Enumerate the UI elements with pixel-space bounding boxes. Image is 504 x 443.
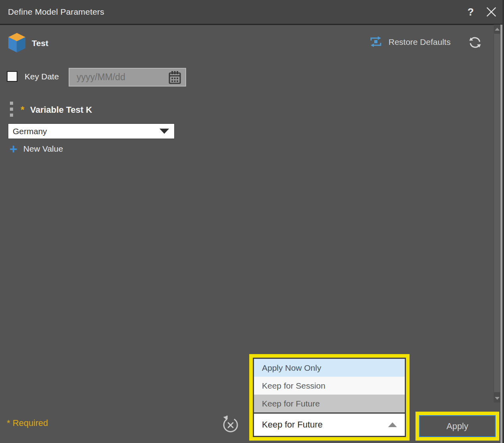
help-icon[interactable]: ? (467, 6, 474, 18)
refresh-icon[interactable] (468, 36, 482, 49)
drag-dot (10, 114, 13, 117)
chevron-up-icon (388, 422, 397, 427)
menu-item-apply-now-only[interactable]: Apply Now Only (254, 359, 405, 377)
window-edge-dark (502, 0, 504, 443)
menu-item-keep-for-future[interactable]: Keep for Future (254, 395, 405, 412)
reset-icon[interactable] (221, 414, 240, 434)
new-value-button[interactable]: + New Value (10, 143, 63, 155)
restore-defaults-icon (369, 36, 383, 48)
chevron-down-icon (160, 129, 169, 134)
scrollbar-thumb[interactable] (494, 34, 500, 392)
close-icon[interactable] (486, 6, 497, 17)
key-date-checkbox[interactable] (7, 71, 17, 82)
apply-button[interactable]: Apply (419, 415, 496, 437)
calendar-icon[interactable] (168, 70, 181, 85)
drag-dot (10, 108, 13, 111)
restore-defaults-button[interactable]: Restore Defaults (369, 36, 450, 48)
vertical-scrollbar[interactable] (494, 25, 500, 403)
triangle-down-icon (495, 397, 500, 400)
parameter-value-select[interactable]: Germany (8, 123, 175, 139)
key-date-placeholder: yyyy/MM/dd (77, 72, 168, 83)
drag-handle-icon[interactable] (10, 102, 13, 117)
title-bar: Define Model Parameters ? (0, 0, 504, 25)
scrollbar-down-button[interactable] (494, 394, 500, 403)
define-model-parameters-dialog: Define Model Parameters ? Test Restore D… (0, 0, 504, 443)
drag-dot (10, 102, 13, 105)
parameter-name: Variable Test K (30, 105, 92, 115)
parameter-value: Germany (13, 127, 160, 136)
menu-item-keep-for-session[interactable]: Keep for Session (254, 377, 405, 395)
model-cube-icon (8, 33, 26, 53)
key-date-input[interactable]: yyyy/MM/dd (69, 68, 186, 87)
new-value-label: New Value (23, 144, 63, 154)
model-name: Test (32, 39, 48, 48)
triangle-up-icon (495, 28, 500, 31)
titlebar-actions: ? (467, 0, 497, 24)
persistence-select[interactable]: Keep for Future (254, 412, 405, 436)
persistence-selected-value: Keep for Future (262, 420, 323, 430)
persistence-dropdown-highlight: Apply Now Only Keep for Session Keep for… (249, 354, 410, 441)
plus-icon: + (10, 143, 17, 155)
key-date-label: Key Date (25, 72, 59, 81)
dialog-title: Define Model Parameters (8, 7, 104, 17)
persistence-dropdown: Apply Now Only Keep for Session Keep for… (253, 358, 406, 437)
restore-defaults-label: Restore Defaults (389, 37, 450, 47)
required-marker: * (21, 104, 24, 116)
scrollbar-up-button[interactable] (494, 25, 500, 33)
required-note: * Required (7, 418, 48, 428)
apply-button-highlight: Apply (416, 412, 499, 441)
